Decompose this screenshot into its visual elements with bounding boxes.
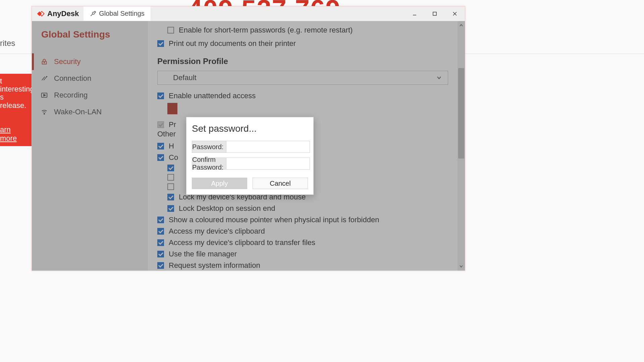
option-label: Print out my documents on their printer xyxy=(169,39,296,48)
anydesk-settings-window: AnyDesk Global Settings Global Settings xyxy=(32,6,465,271)
option-label: Lock Desktop on session end xyxy=(179,204,275,213)
svg-point-8 xyxy=(46,76,47,77)
checkbox-clipboard-files[interactable] xyxy=(157,239,164,246)
sidebar-item-connection[interactable]: Connection xyxy=(32,70,148,87)
checkbox-print-documents[interactable] xyxy=(157,40,164,47)
window-controls xyxy=(405,6,465,21)
option-label: Use the file manager xyxy=(169,250,237,258)
select-value: Default xyxy=(173,73,197,82)
sidebar-item-label: Recording xyxy=(54,91,88,100)
permission-profile-select[interactable]: Default xyxy=(157,71,448,85)
wrench-icon xyxy=(90,10,96,17)
sidebar-item-recording[interactable]: Recording xyxy=(32,87,148,104)
apply-button[interactable]: Apply xyxy=(192,178,247,189)
window-body: Global Settings Security Connection xyxy=(32,21,465,270)
close-button[interactable] xyxy=(445,6,465,21)
tab-label: Global Settings xyxy=(99,10,145,17)
svg-point-7 xyxy=(44,62,45,63)
sidebar-item-label: Wake-On-LAN xyxy=(54,108,102,116)
sidebar-item-security[interactable]: Security xyxy=(32,53,148,70)
password-label: Password: xyxy=(192,141,226,153)
scrollbar-thumb[interactable] xyxy=(458,68,464,159)
checkbox-file-manager[interactable] xyxy=(157,251,164,257)
option-label-obscured: Pr xyxy=(169,120,176,129)
news-text-line1: t interesting xyxy=(0,77,29,93)
scrollbar-track[interactable] xyxy=(458,21,465,270)
settings-sidebar: Global Settings Security Connection xyxy=(32,21,148,270)
tab-global-settings[interactable]: Global Settings xyxy=(84,6,151,21)
brand-area: AnyDesk xyxy=(32,6,84,21)
brand-name: AnyDesk xyxy=(47,9,79,18)
lock-icon xyxy=(41,58,48,65)
dialog-title: Set password... xyxy=(192,123,308,134)
play-box-icon xyxy=(41,92,48,99)
svg-marker-10 xyxy=(44,94,46,96)
background-favorites-text: rites xyxy=(0,39,15,48)
checkbox-clipboard[interactable] xyxy=(157,228,164,235)
checkbox-sub3-obscured[interactable] xyxy=(167,183,174,190)
maximize-button[interactable] xyxy=(425,6,445,21)
news-text-line2: s release. xyxy=(0,93,29,109)
scroll-down-icon[interactable] xyxy=(459,264,464,268)
option-label: Enable for short-term passwords (e.g. re… xyxy=(179,26,353,35)
sidebar-item-label: Security xyxy=(54,57,80,66)
checkbox-lock-keyboard-mouse[interactable] xyxy=(167,194,174,200)
checkbox-h-obscured[interactable] xyxy=(157,143,164,149)
confirm-password-input[interactable] xyxy=(226,158,310,170)
set-password-dialog: Set password... Password: Confirm Passwo… xyxy=(186,117,314,195)
checkbox-system-info[interactable] xyxy=(157,262,164,269)
checkbox-co-obscured[interactable] xyxy=(157,154,164,161)
sidebar-item-wol[interactable]: Wake-On-LAN xyxy=(32,104,148,120)
checkbox-lock-desktop[interactable] xyxy=(167,205,174,212)
svg-point-11 xyxy=(44,113,45,114)
chevron-down-icon xyxy=(436,75,442,80)
checkbox-coloured-pointer[interactable] xyxy=(157,217,164,223)
option-label-obscured: Co xyxy=(169,153,178,162)
svg-rect-3 xyxy=(433,12,436,15)
titlebar: AnyDesk Global Settings xyxy=(32,6,465,21)
option-label: Request system information xyxy=(169,261,260,270)
checkbox-sub1-obscured[interactable] xyxy=(167,165,174,171)
checkbox-sub2-obscured[interactable] xyxy=(167,174,174,181)
connection-icon xyxy=(41,75,48,82)
minimize-button[interactable] xyxy=(405,6,425,21)
permission-profile-heading: Permission Profile xyxy=(157,57,448,66)
confirm-password-label: Confirm Password: xyxy=(192,158,226,170)
sidebar-item-label: Connection xyxy=(54,74,91,83)
option-label: Show a coloured mouse pointer when physi… xyxy=(169,216,379,224)
option-label-obscured: H xyxy=(169,142,174,150)
news-learn-more-link[interactable]: arn more xyxy=(0,125,29,143)
wifi-icon xyxy=(41,108,48,116)
checkbox-unattended-access[interactable] xyxy=(157,93,164,99)
anydesk-logo-icon xyxy=(35,10,45,17)
password-input[interactable] xyxy=(226,141,310,153)
background-news-panel: t interesting s release. arn more xyxy=(0,74,32,146)
option-label: Access my device's clipboard to transfer… xyxy=(169,238,315,247)
scroll-up-icon[interactable] xyxy=(459,23,464,28)
checkbox-pr-obscured[interactable] xyxy=(157,121,164,128)
option-label: Access my device's clipboard xyxy=(169,227,265,236)
checkbox-shortterm-passwords[interactable] xyxy=(167,27,174,34)
sidebar-title: Global Settings xyxy=(32,21,148,53)
option-label: Enable unattended access xyxy=(169,92,256,100)
cancel-button[interactable]: Cancel xyxy=(253,178,308,189)
set-password-button-obscured[interactable] xyxy=(167,103,177,114)
